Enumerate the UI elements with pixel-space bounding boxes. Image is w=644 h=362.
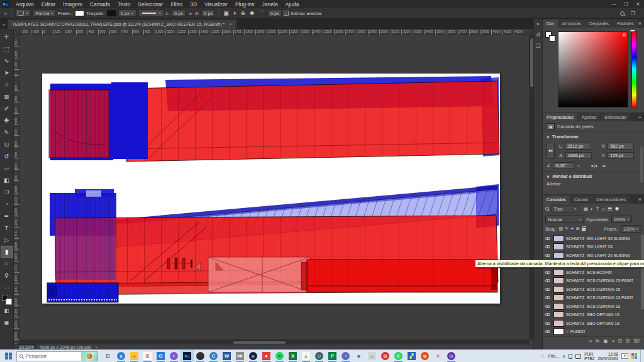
layer-visibility-toggle[interactable]: [544, 234, 552, 243]
angle-input[interactable]: 0,00°: [553, 162, 574, 169]
layer-row[interactable]: SCHMITZ_SCS CURTAIN 13 PAINT: [543, 294, 644, 303]
layer-row[interactable]: SCHMITZ_SCS ECOFIX: [543, 268, 644, 277]
height-input[interactable]: 1806 px: [565, 152, 592, 159]
layer-row[interactable]: ⌗ FUNDO: [543, 328, 644, 337]
layer-name[interactable]: SCHMITZ_SCS CURTAIN 13: [566, 304, 620, 309]
notifications-icon[interactable]: [631, 353, 637, 359]
layers-panel-menu-icon[interactable]: ≡: [638, 197, 641, 202]
lock-transparent-icon[interactable]: ▨: [558, 226, 563, 231]
restore-button[interactable]: ❐: [620, 1, 632, 7]
taskbar-red-square-app[interactable]: ●: [260, 350, 273, 362]
path-selection-tool[interactable]: ▷: [1, 234, 13, 246]
taskbar-clock[interactable]: 13:08 29/07/2024: [597, 352, 618, 361]
fill-select[interactable]: 100%▼: [621, 225, 641, 233]
layers-tab-camadas[interactable]: Camadas: [543, 195, 570, 204]
layer-style-fx-icon[interactable]: fx: [596, 338, 599, 344]
layer-name[interactable]: FUNDO: [570, 329, 585, 334]
link-dimensions-icon[interactable]: ∞: [187, 11, 193, 16]
layers-tab-canais[interactable]: Canais: [570, 195, 592, 204]
lock-pixels-icon[interactable]: ✎: [565, 226, 569, 231]
color-tab-cor[interactable]: Cor: [543, 19, 558, 28]
menu-editar[interactable]: Editar: [38, 1, 59, 8]
show-desktop-button[interactable]: [640, 350, 643, 362]
screen-mode-icon[interactable]: ▣: [1, 317, 13, 329]
menu-ajuda[interactable]: Ajuda: [282, 1, 303, 8]
warning-icon[interactable]: ⚠: [540, 353, 545, 359]
clone-stamp-tool[interactable]: ⊔: [1, 138, 13, 150]
layer-thumbnail[interactable]: [553, 303, 564, 310]
tab-overflow-icon[interactable]: »: [0, 22, 8, 29]
taskbar-photos-app[interactable]: ▞: [405, 350, 418, 362]
color-panel-menu-icon[interactable]: ≡: [638, 21, 641, 26]
taskbar-red-circle-app[interactable]: ◍: [379, 350, 392, 362]
frame-tool[interactable]: ⊠: [1, 90, 13, 102]
shape-mode-select[interactable]: Forma▼: [33, 9, 56, 17]
taskbar-excel[interactable]: X: [286, 350, 299, 362]
flip-vertical-icon[interactable]: ⏛: [602, 163, 606, 168]
layer-name[interactable]: SCHMITZ_SKI LIGHT 24: [566, 244, 613, 249]
vertical-scrollbar[interactable]: [529, 35, 533, 339]
layer-filter-select[interactable]: Tipo▼: [552, 205, 579, 212]
link-layers-icon[interactable]: ∞: [589, 338, 592, 344]
filter-toggle-icon[interactable]: [615, 207, 619, 211]
tool-preset-picker[interactable]: ▼: [15, 9, 31, 17]
taskbar-photoshop[interactable]: Ps: [180, 350, 194, 362]
filter-smart-objects-icon[interactable]: ⬒: [608, 206, 612, 212]
menu-arquivo[interactable]: Arquivo: [12, 1, 38, 8]
fill-swatch[interactable]: [75, 10, 84, 16]
tray-chevron-icon[interactable]: ∧: [562, 354, 565, 359]
ruler-origin-corner[interactable]: [14, 29, 20, 35]
layer-row[interactable]: SCHMITZ_SCS CURTAIN 15 PAINT: [543, 277, 644, 286]
layer-visibility-toggle[interactable]: [544, 277, 552, 285]
saturation-brightness-picker[interactable]: [558, 31, 628, 107]
layer-name[interactable]: SCHMITZ_SCS ECOFIX: [566, 270, 612, 275]
document-tab[interactable]: TEMPLATES SCHMITZ CARGOBULL TRAILERS.psd…: [8, 19, 236, 29]
layers-tab-demarcadores[interactable]: Demarcadores: [592, 195, 630, 204]
document-viewport[interactable]: [20, 35, 533, 344]
crop-tool[interactable]: ⌗: [1, 79, 13, 90]
color-tab-degrad-s[interactable]: Degradês: [586, 19, 613, 28]
document-canvas[interactable]: [42, 74, 500, 304]
layer-thumbnail[interactable]: [553, 277, 564, 284]
layer-mask-icon[interactable]: ▣: [603, 338, 608, 344]
type-tool[interactable]: T: [1, 222, 13, 234]
layer-thumbnail[interactable]: [553, 328, 564, 335]
align-collapse-icon[interactable]: ∨: [547, 174, 550, 178]
corner-radius-input[interactable]: 0 px: [268, 9, 282, 17]
taskbar-spotify[interactable]: ≡: [273, 350, 286, 362]
layer-visibility-toggle[interactable]: [544, 319, 552, 327]
comments-panel-icon[interactable]: ❑: [536, 43, 540, 48]
layer-thumbnail[interactable]: [553, 235, 564, 242]
healing-brush-tool[interactable]: ✚: [1, 114, 13, 126]
path-operations-icon[interactable]: ▣: [222, 10, 230, 16]
layer-thumbnail[interactable]: [553, 269, 564, 276]
pen-tool[interactable]: ✒: [1, 210, 13, 222]
layer-row[interactable]: SCHMITZ_SCS CURTAIN 15: [543, 285, 644, 294]
taskbar-microsoft-store[interactable]: ⊞: [141, 350, 154, 362]
marquee-tool[interactable]: ⬚: [1, 43, 13, 55]
taskbar-orange-circle-app[interactable]: ◉: [418, 350, 431, 362]
blur-tool[interactable]: ❍: [1, 186, 13, 198]
color-tab-amostras[interactable]: Amostras: [558, 19, 585, 28]
bing-daily-image[interactable]: [81, 351, 97, 361]
taskbar-dark-circle-app[interactable]: ◈: [247, 350, 260, 362]
tab-close-icon[interactable]: ×: [229, 21, 232, 27]
start-button[interactable]: [0, 350, 16, 362]
layer-name[interactable]: SCHMITZ_SBO DRYVAN 15: [566, 312, 619, 317]
layer-name[interactable]: SCHMITZ_SCS CURTAIN 15: [566, 287, 620, 292]
dodge-tool[interactable]: ◔: [1, 198, 13, 210]
horizontal-scrollbar[interactable]: [20, 339, 529, 344]
vertical-ruler[interactable]: -300-200-1000100200300400500600700800900…: [14, 35, 20, 344]
taskbar-green-app[interactable]: P: [326, 350, 339, 362]
tray-overflow-label[interactable]: Frio...: [548, 354, 559, 358]
menu-3d[interactable]: 3D: [186, 1, 201, 8]
menu-janela[interactable]: Janela: [258, 1, 282, 8]
layer-row[interactable]: SCHMITZ_SBO DRYVAN 15: [543, 311, 644, 320]
menu-visualizar[interactable]: Visualizar: [201, 1, 231, 8]
taskbar-file-explorer[interactable]: ▰: [128, 350, 141, 362]
layer-row[interactable]: SCHMITZ_SKI LIGHT 24: [543, 243, 644, 252]
opacity-select[interactable]: 100%▼: [611, 216, 632, 223]
history-panel-icon[interactable]: ↺: [536, 32, 540, 38]
layer-name[interactable]: SCHMITZ_SCS CURTAIN 13 PAINT: [566, 295, 633, 300]
properties-tab-propriedades[interactable]: Propriedades: [543, 113, 577, 121]
